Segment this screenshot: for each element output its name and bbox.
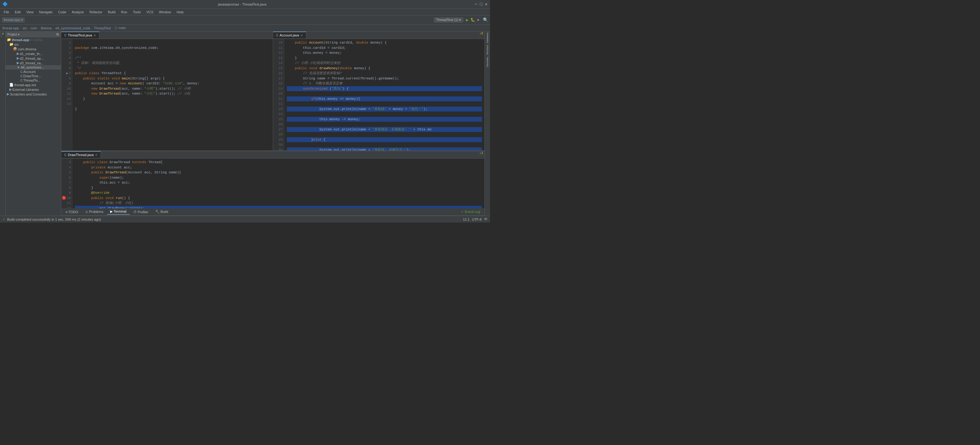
menu-edit[interactable]: Edit bbox=[13, 10, 23, 14]
menu-tools[interactable]: Tools bbox=[130, 10, 143, 14]
database-label[interactable]: Database bbox=[486, 32, 489, 44]
gutter-arrow-7: ▶ bbox=[66, 71, 68, 76]
menu-vcs[interactable]: VCS bbox=[144, 10, 156, 14]
project-title: Project ▾ bbox=[8, 33, 19, 36]
tab-close-icon[interactable]: ✕ bbox=[94, 34, 96, 37]
menu-build[interactable]: Build bbox=[105, 10, 118, 14]
tab3-class-icon: C bbox=[64, 153, 67, 157]
menu-run[interactable]: Run bbox=[118, 10, 130, 14]
structure-label[interactable]: Structure bbox=[486, 44, 489, 55]
bottom-line-numbers: 3 4 5 6 7 8 9 🔴10 11 12 13 14 bbox=[61, 158, 72, 208]
menu-help[interactable]: Help bbox=[174, 10, 186, 14]
problems-tab[interactable]: ⚠ Problems bbox=[82, 209, 107, 214]
editor-right: C Account.java ✕ ⚠5 10 11 12 13 14 bbox=[273, 32, 485, 150]
menu-navigate[interactable]: Navigate bbox=[37, 10, 55, 14]
breakpoint-10[interactable]: 🔴 bbox=[62, 196, 66, 201]
minimize-btn[interactable]: ─ bbox=[475, 2, 477, 7]
tab-account[interactable]: C Account.java ✕ bbox=[273, 32, 306, 38]
build-tab[interactable]: 🔨 Build bbox=[152, 209, 171, 214]
class2-icon: C bbox=[21, 74, 22, 78]
bottom-tab-bar: C DrawThread.java ✕ ⚠1 bbox=[61, 151, 484, 158]
left-line-numbers: 1 2 3 4 5 6 ▶7 8 9 10 11 12 bbox=[61, 39, 72, 150]
tree-external[interactable]: ▶ External Libraries bbox=[6, 87, 61, 92]
tree-threadtest[interactable]: C ThreadTe... bbox=[6, 78, 61, 82]
profiler-tab[interactable]: ⏱ Profiler bbox=[130, 209, 151, 214]
status-bar: ✓ Build completed successfully in 1 sec,… bbox=[0, 216, 490, 223]
breadcrumb-class[interactable]: ThreadTest bbox=[94, 26, 111, 30]
event-log-tab[interactable]: ✓ Event Log bbox=[458, 209, 483, 214]
tab-threadtest[interactable]: C ThreadTest.java ✕ bbox=[61, 32, 99, 38]
run-config-dropdown[interactable]: ThreadTest (1) ▾ bbox=[434, 17, 464, 22]
tree-scratches[interactable]: ▶ Scratches and Consoles bbox=[6, 92, 61, 97]
menu-view[interactable]: View bbox=[24, 10, 36, 14]
right-code[interactable]: public Account(String cardId, double mon… bbox=[284, 39, 485, 150]
breadcrumb-project[interactable]: thread-app bbox=[3, 26, 19, 30]
favorites-label[interactable]: Favorites bbox=[486, 56, 489, 68]
encoding-label: UTF-8 bbox=[472, 217, 482, 221]
menu-analyze[interactable]: Analyze bbox=[69, 10, 86, 14]
titlebar: 🔷 javasepromax - ThreadTest.java ─ □ ✕ bbox=[0, 0, 490, 9]
ime-label: 中 bbox=[484, 217, 487, 222]
left-code[interactable]: package com.itheima.d4_synchronized_code… bbox=[72, 39, 273, 150]
close-btn[interactable]: ✕ bbox=[485, 2, 487, 7]
breadcrumb-com[interactable]: com bbox=[30, 26, 37, 30]
menu-window[interactable]: Window bbox=[156, 10, 173, 14]
search-btn[interactable]: 🔍 bbox=[483, 17, 488, 22]
bottom-code[interactable]: public class DrawThread extends Thread{ … bbox=[72, 158, 484, 208]
right-sidebar-labels: Database Structure Favorites bbox=[484, 32, 490, 216]
project-dropdown[interactable]: thread-app ▾ bbox=[2, 17, 25, 22]
tab-class-icon: C bbox=[64, 34, 67, 37]
build-btn[interactable]: ⚒ bbox=[477, 17, 479, 22]
breadcrumb-itheima[interactable]: itheima bbox=[41, 26, 52, 30]
toolbar: thread-app ▾ ThreadTest (1) ▾ ▶ 🐛 ⚒ 🔍 bbox=[0, 16, 490, 25]
breadcrumb-src[interactable]: src bbox=[22, 26, 27, 30]
cursor-position: 11:1 bbox=[463, 217, 469, 221]
tree-d4[interactable]: ▼ d4_synchroni... bbox=[6, 65, 61, 70]
run-btn[interactable]: ▶ bbox=[466, 17, 468, 22]
tab3-close-icon[interactable]: ✕ bbox=[95, 153, 97, 157]
menu-code[interactable]: Code bbox=[56, 10, 69, 14]
pkg5-icon: ▼ bbox=[17, 65, 20, 69]
debug-btn[interactable]: 🐛 bbox=[471, 17, 475, 22]
project-settings-icon[interactable]: ⚙ bbox=[56, 32, 59, 36]
left-sidebar-labels: P... bbox=[0, 32, 6, 216]
maximize-btn[interactable]: □ bbox=[480, 2, 482, 7]
project-header: Project ▾ ⚙ bbox=[6, 32, 61, 37]
breadcrumb: thread-app › src › com › itheima › d4_sy… bbox=[0, 25, 490, 32]
class3-icon: C bbox=[21, 79, 22, 82]
folder-icon: 📁 bbox=[7, 38, 11, 42]
right-line-numbers: 10 11 12 13 14 15 16 17 18 19 20 21 22 2… bbox=[273, 39, 284, 150]
right-tab-bar: C Account.java ✕ ⚠5 bbox=[273, 32, 485, 39]
tree-iml[interactable]: 📄 thread-app.iml bbox=[6, 82, 61, 87]
tree-com-itheima[interactable]: 📦 com.itheima bbox=[6, 47, 61, 51]
scratches-icon: ▶ bbox=[7, 92, 9, 96]
app-icon: 🔷 bbox=[3, 2, 8, 7]
terminal-tab[interactable]: ▶ Terminal bbox=[107, 209, 129, 215]
tab-drawthread[interactable]: C DrawThread.java ✕ bbox=[61, 151, 101, 158]
right-editor-content[interactable]: 10 11 12 13 14 15 16 17 18 19 20 21 22 2… bbox=[273, 39, 485, 150]
bottom-panel: C DrawThread.java ✕ ⚠1 3 4 5 6 7 8 9 bbox=[61, 151, 484, 216]
tree-src[interactable]: 📁 src bbox=[6, 42, 61, 47]
left-editor-content[interactable]: 1 2 3 4 5 6 ▶7 8 9 10 11 12 bbox=[61, 39, 273, 150]
tree-d3[interactable]: ▶ d3_thread_sa... bbox=[6, 60, 61, 65]
breadcrumb-package[interactable]: d4_synchronized_code bbox=[56, 26, 90, 30]
tree-d1[interactable]: ▶ d1_create_th... bbox=[6, 51, 61, 56]
menubar: File Edit View Navigate Code Analyze Ref… bbox=[0, 9, 490, 16]
menu-refactor[interactable]: Refactor bbox=[87, 10, 105, 14]
pkg4-icon: ▶ bbox=[17, 61, 19, 65]
editor-area: C ThreadTest.java ✕ 1 2 3 4 5 6 bbox=[61, 32, 484, 216]
tree-drawthread[interactable]: C DrawThre... bbox=[6, 74, 61, 78]
tree-d2[interactable]: ▶ d2_thread_ap... bbox=[6, 56, 61, 60]
breadcrumb-method[interactable]: ⬡ main bbox=[115, 26, 126, 30]
todo-tab[interactable]: ≡ TODO bbox=[62, 209, 81, 214]
pkg3-icon: ▶ bbox=[17, 56, 19, 60]
bottom-editor-content[interactable]: 3 4 5 6 7 8 9 🔴10 11 12 13 14 public cla… bbox=[61, 158, 484, 208]
pkg-icon: 📦 bbox=[13, 47, 18, 51]
tree-root[interactable]: 📁 thread-app D:\code\ja bbox=[6, 37, 61, 42]
bottom-tool-tabs: ≡ TODO ⚠ Problems ▶ Terminal ⏱ Profiler … bbox=[61, 208, 484, 216]
menu-file[interactable]: File bbox=[1, 10, 12, 14]
project-label[interactable]: P... bbox=[1, 32, 5, 38]
tab2-close-icon[interactable]: ✕ bbox=[301, 34, 303, 37]
tree-account[interactable]: C Account bbox=[6, 70, 61, 74]
build-status-icon: ✓ bbox=[3, 217, 5, 221]
